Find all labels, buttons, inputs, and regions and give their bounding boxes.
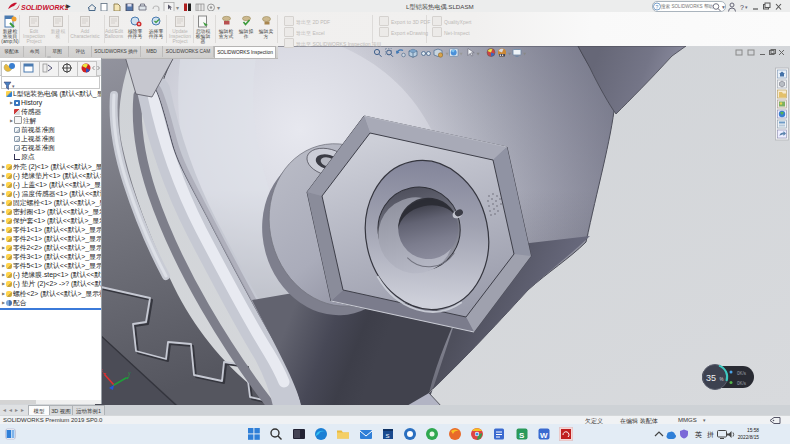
svg-text:%: % bbox=[720, 377, 724, 382]
svg-text:0K/s: 0K/s bbox=[737, 381, 747, 386]
svg-text:SOLIDWORKS: SOLIDWORKS bbox=[21, 4, 68, 11]
svg-text:▾: ▾ bbox=[745, 4, 748, 10]
svg-text:▾: ▾ bbox=[217, 5, 220, 11]
svg-text:?: ? bbox=[740, 4, 744, 11]
svg-text:35: 35 bbox=[706, 373, 716, 383]
svg-text:▾: ▾ bbox=[176, 5, 179, 11]
svg-text:0K/s: 0K/s bbox=[737, 371, 747, 376]
svg-text:S: S bbox=[385, 433, 389, 439]
svg-text:W: W bbox=[540, 431, 548, 440]
svg-text:?: ? bbox=[656, 4, 659, 10]
svg-text:▾: ▾ bbox=[722, 4, 725, 10]
svg-text:S: S bbox=[519, 431, 525, 440]
